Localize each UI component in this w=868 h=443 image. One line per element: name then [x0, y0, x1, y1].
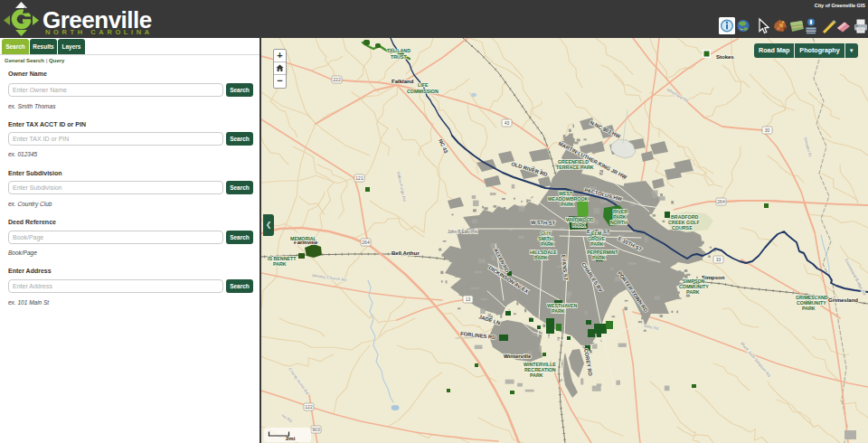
svg-text:PARK: PARK [686, 289, 700, 295]
svg-text:COMMISSION: COMMISSION [407, 89, 439, 94]
svg-text:13: 13 [466, 297, 471, 302]
svg-text:MEMORIAL: MEMORIAL [290, 236, 317, 241]
svg-text:903: 903 [312, 427, 320, 432]
svg-text:Winterville: Winterville [504, 353, 532, 359]
svg-text:PARK: PARK [534, 255, 548, 260]
svg-text:Simpson: Simpson [702, 275, 725, 280]
svg-text:2mi: 2mi [286, 436, 296, 441]
svg-text:PARK: PARK [541, 241, 554, 247]
svg-text:Grimesland: Grimesland [828, 297, 858, 303]
svg-text:TERRACE PARK: TERRACE PARK [556, 165, 594, 170]
svg-text:222: 222 [333, 77, 341, 82]
svg-text:PARK: PARK [592, 255, 606, 260]
svg-text:PARK: PARK [561, 202, 574, 207]
svg-text:Bell Arthur: Bell Arthur [392, 250, 420, 256]
svg-text:LIFE: LIFE [418, 82, 429, 88]
svg-text:30: 30 [765, 127, 770, 133]
svg-text:PARK: PARK [572, 222, 586, 228]
svg-text:NORTH: NORTH [610, 220, 627, 225]
svg-text:PARK: PARK [802, 306, 816, 311]
svg-text:PARK: PARK [552, 308, 565, 314]
svg-text:COURSE: COURSE [672, 225, 693, 231]
svg-text:TRUST: TRUST [391, 54, 407, 60]
svg-text:264: 264 [717, 199, 725, 204]
svg-text:43: 43 [505, 120, 510, 126]
svg-text:264: 264 [362, 240, 370, 245]
svg-text:Falkland: Falkland [392, 79, 414, 84]
svg-text:122: 122 [305, 404, 313, 410]
svg-text:W 5TH ST: W 5TH ST [531, 220, 556, 226]
svg-text:121: 121 [355, 175, 363, 181]
svg-text:John P East Prk: John P East Prk [448, 230, 478, 234]
svg-text:PARK: PARK [590, 241, 604, 247]
svg-text:33: 33 [716, 257, 722, 262]
svg-text:Stokes: Stokes [716, 54, 734, 60]
svg-text:PARK: PARK [530, 372, 543, 378]
svg-text:TAL LAND: TAL LAND [387, 48, 410, 53]
svg-text:PARK: PARK [273, 261, 287, 267]
